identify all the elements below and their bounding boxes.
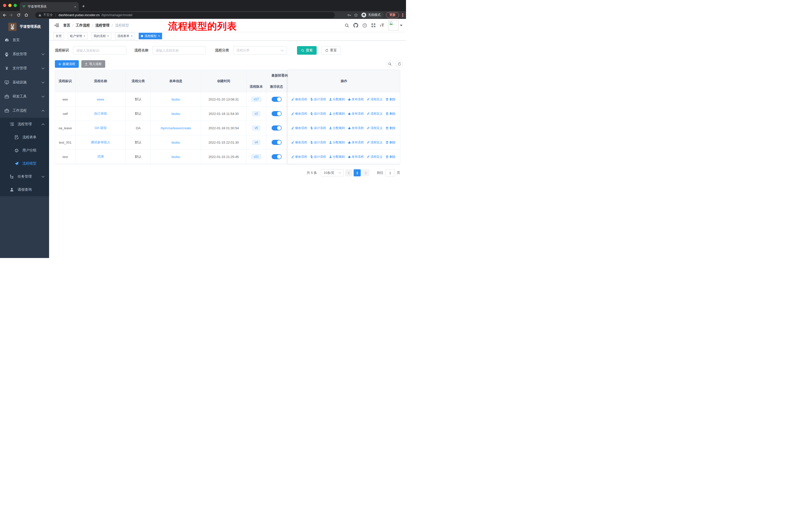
action-delete[interactable]: 删除 — [386, 155, 396, 159]
home-icon[interactable] — [24, 13, 28, 17]
action-publish-process[interactable]: 发布流程 — [348, 140, 364, 145]
action-edit-process[interactable]: 修改流程 — [291, 112, 307, 116]
action-assign-rule[interactable]: 分配规则 — [329, 140, 345, 145]
github-icon[interactable] — [353, 23, 358, 28]
status-toggle[interactable] — [271, 126, 282, 131]
bookmark-star-icon[interactable] — [354, 13, 358, 17]
action-publish-process[interactable]: 发布流程 — [348, 112, 364, 116]
sidebar-item-system[interactable]: 系统管理 — [0, 47, 49, 61]
tag-close-icon[interactable]: × — [107, 34, 109, 38]
action-design-process[interactable]: 设计流程 — [310, 97, 326, 102]
next-page-button[interactable] — [362, 169, 369, 176]
form-link[interactable]: biubiu — [171, 98, 180, 101]
status-toggle[interactable] — [271, 97, 282, 102]
action-design-process[interactable]: 设计流程 — [310, 155, 326, 159]
search-icon[interactable] — [345, 23, 349, 28]
new-tab-button[interactable]: + — [82, 3, 85, 9]
action-edit-process[interactable]: 修改流程 — [291, 97, 307, 102]
action-delete[interactable]: 删除 — [386, 97, 396, 102]
action-edit-process[interactable]: 修改流程 — [291, 126, 307, 130]
sidebar-item-devtools[interactable]: 研发工具 — [0, 89, 49, 104]
tag-home[interactable]: 首页 — [53, 33, 64, 39]
process-name-link[interactable]: eeee — [97, 98, 104, 101]
sidebar-logo[interactable]: 🐰 芋道管理系统 — [0, 19, 49, 32]
tag-close-icon[interactable]: × — [158, 34, 160, 38]
breadcrumb-process-manage[interactable]: 流程管理 — [95, 23, 110, 28]
process-name-link[interactable]: OA 请假 — [95, 126, 107, 130]
browser-menu-icon[interactable]: ••• — [402, 13, 404, 17]
action-delete[interactable]: 删除 — [386, 112, 396, 116]
tag-my-process[interactable]: 我的流程 × — [91, 33, 111, 39]
action-design-process[interactable]: 设计流程 — [310, 112, 326, 116]
action-process-definition[interactable]: 流程定义 — [367, 112, 383, 116]
form-link[interactable]: biubiu — [171, 112, 180, 116]
tag-close-icon[interactable]: × — [84, 34, 85, 38]
import-process-button[interactable]: 导入流程 — [81, 60, 105, 68]
action-process-definition[interactable]: 流程定义 — [367, 126, 383, 130]
toggle-search-button[interactable] — [386, 60, 394, 67]
update-button[interactable]: 更新 — [386, 12, 399, 18]
page-size-select[interactable]: 10条/页 — [321, 169, 344, 176]
sidebar-collapse-icon[interactable] — [54, 23, 59, 27]
tab-close-icon[interactable]: × — [74, 4, 76, 9]
process-name-link[interactable]: 测试多审批人 — [91, 140, 111, 145]
goto-page-input[interactable] — [385, 169, 395, 176]
window-close-button[interactable] — [3, 4, 6, 7]
sidebar-item-task-manage[interactable]: 任务管理 — [0, 170, 49, 183]
action-assign-rule[interactable]: 分配规则 — [329, 126, 345, 130]
font-size-icon[interactable]: TT — [380, 23, 384, 27]
action-process-definition[interactable]: 流程定义 — [367, 155, 383, 159]
sidebar-item-process-manage[interactable]: 流程管理 — [0, 118, 49, 131]
process-key-input[interactable] — [73, 46, 126, 55]
sidebar-item-process-form[interactable]: 流程表单 — [0, 131, 49, 144]
breadcrumb-workflow[interactable]: 工作流程 — [76, 23, 90, 28]
tag-process-form[interactable]: 流程表单 × — [115, 33, 135, 39]
search-button[interactable]: 搜索 — [297, 46, 317, 55]
forward-icon[interactable] — [9, 13, 13, 17]
action-delete[interactable]: 删除 — [386, 140, 396, 145]
user-menu[interactable] — [388, 20, 403, 30]
sidebar-item-workflow[interactable]: 工作流程 — [0, 104, 49, 118]
action-edit-process[interactable]: 修改流程 — [291, 155, 307, 159]
create-process-button[interactable]: 新建流程 — [55, 60, 79, 68]
tag-close-icon[interactable]: × — [131, 34, 133, 38]
form-link[interactable]: biubiu — [171, 141, 180, 144]
password-key-icon[interactable] — [347, 13, 351, 17]
action-assign-rule[interactable]: 分配规则 — [329, 112, 345, 116]
help-icon[interactable] — [362, 23, 367, 28]
reset-button[interactable]: 重置 — [321, 46, 341, 55]
action-design-process[interactable]: 设计流程 — [310, 140, 326, 145]
action-assign-rule[interactable]: 分配规则 — [329, 155, 345, 159]
action-publish-process[interactable]: 发布流程 — [348, 155, 364, 159]
fullscreen-icon[interactable] — [371, 23, 376, 27]
action-publish-process[interactable]: 发布流程 — [348, 97, 364, 102]
status-toggle[interactable] — [271, 154, 282, 159]
action-process-definition[interactable]: 流程定义 — [367, 97, 383, 102]
sidebar-item-leave-query[interactable]: 请假查询 — [0, 183, 49, 196]
action-process-definition[interactable]: 流程定义 — [367, 140, 383, 145]
browser-tab[interactable]: 芋道管理系统 × — [20, 2, 79, 11]
form-link[interactable]: /bpm/oa/leave/create — [161, 126, 191, 130]
prev-page-button[interactable] — [345, 169, 352, 176]
status-toggle[interactable] — [271, 111, 282, 116]
window-minimize-button[interactable] — [8, 4, 11, 7]
address-bar[interactable]: 不安全 dashboard.yudao.iocoder.cn/bpm/manag… — [35, 12, 335, 18]
sidebar-item-infra[interactable]: 基础设施 — [0, 75, 49, 89]
action-delete[interactable]: 删除 — [386, 126, 396, 130]
process-category-select[interactable]: 流程分类 — [233, 46, 287, 55]
sidebar-item-process-model[interactable]: 流程模型 — [0, 157, 49, 170]
status-toggle[interactable] — [271, 140, 282, 145]
sidebar-item-user-group[interactable]: 用户分组 — [0, 144, 49, 157]
action-design-process[interactable]: 设计流程 — [310, 126, 326, 130]
process-name-link[interactable]: 滔博 — [97, 155, 104, 159]
action-assign-rule[interactable]: 分配规则 — [329, 97, 345, 102]
action-publish-process[interactable]: 发布流程 — [348, 126, 364, 130]
security-label[interactable]: 不安全 — [43, 13, 53, 17]
process-name-input[interactable] — [152, 46, 206, 55]
tag-tenant[interactable]: 租户管理 × — [68, 33, 88, 39]
sidebar-item-payment[interactable]: 支付管理 — [0, 61, 49, 75]
reload-icon[interactable] — [17, 13, 21, 17]
breadcrumb-home[interactable]: 首页 — [63, 23, 70, 28]
action-edit-process[interactable]: 修改流程 — [291, 140, 307, 145]
form-link[interactable]: biubiu — [171, 155, 180, 159]
